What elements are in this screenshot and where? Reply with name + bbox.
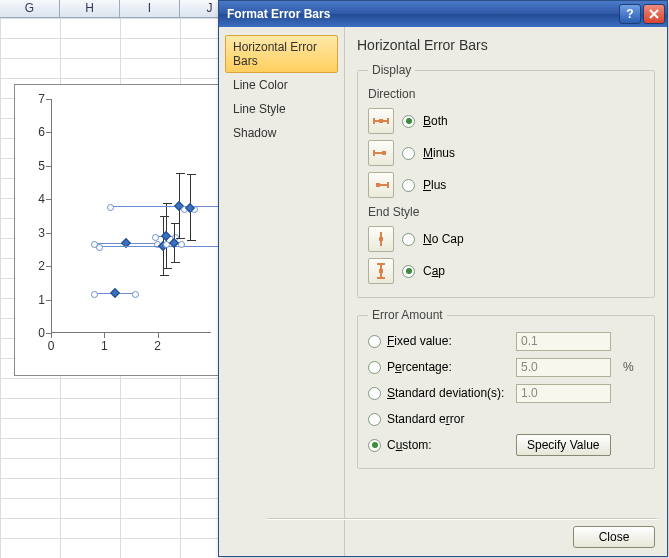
amount-stdev-label: Standard deviation(s): bbox=[387, 386, 504, 400]
error-amount-legend: Error Amount bbox=[368, 308, 447, 322]
endstyle-cap-radio[interactable] bbox=[402, 265, 415, 278]
display-legend: Display bbox=[368, 63, 415, 77]
column-headers: GHIJ bbox=[0, 0, 240, 18]
button-bar: Close bbox=[573, 526, 655, 548]
svg-rect-3 bbox=[379, 119, 383, 123]
amount-stdev-radio[interactable] bbox=[368, 387, 381, 400]
endstyle-cap-icon[interactable] bbox=[368, 258, 394, 284]
amount-custom-radio[interactable] bbox=[368, 439, 381, 452]
ytick-label: 2 bbox=[38, 259, 45, 273]
direction-minus-radio[interactable] bbox=[402, 147, 415, 160]
error-amount-group: Error Amount Fixed value:Percentage:%Sta… bbox=[357, 308, 655, 469]
amount-stdev-input[interactable] bbox=[516, 384, 611, 403]
percent-sign: % bbox=[623, 360, 634, 374]
amount-row-percent: Percentage:% bbox=[368, 354, 644, 380]
nav-sh[interactable]: Shadow bbox=[225, 121, 338, 145]
panel-heading: Horizontal Error Bars bbox=[357, 37, 655, 53]
direction-label: Direction bbox=[368, 87, 644, 101]
plot-area bbox=[51, 99, 211, 333]
direction-both-icon[interactable] bbox=[368, 108, 394, 134]
close-button[interactable]: Close bbox=[573, 526, 655, 548]
amount-percent-radio[interactable] bbox=[368, 361, 381, 374]
help-button[interactable]: ? bbox=[619, 4, 641, 24]
amount-row-custom: Custom:Specify Value bbox=[368, 432, 644, 458]
endstyle-label: End Style bbox=[368, 205, 644, 219]
amount-row-stderr: Standard error bbox=[368, 406, 644, 432]
direction-plus-label: Plus bbox=[423, 178, 446, 192]
direction-minus-label: Minus bbox=[423, 146, 455, 160]
amount-row-stdev: Standard deviation(s): bbox=[368, 380, 644, 406]
ytick-label: 1 bbox=[38, 293, 45, 307]
amount-stderr-radio[interactable] bbox=[368, 413, 381, 426]
direction-plus-icon[interactable] bbox=[368, 172, 394, 198]
amount-fixed-label: Fixed value: bbox=[387, 334, 452, 348]
titlebar[interactable]: Format Error Bars ? bbox=[219, 1, 667, 27]
category-nav: Horizontal Error BarsLine ColorLine Styl… bbox=[219, 27, 345, 556]
endstyle-nocap-label: No Cap bbox=[423, 232, 464, 246]
embedded-chart[interactable]: 01234567 012 bbox=[14, 84, 220, 376]
direction-both-radio[interactable] bbox=[402, 115, 415, 128]
nav-ls[interactable]: Line Style bbox=[225, 97, 338, 121]
endstyle-nocap-radio[interactable] bbox=[402, 233, 415, 246]
amount-stderr-label: Standard error bbox=[387, 412, 464, 426]
direction-row-plus: Plus bbox=[368, 169, 644, 201]
x-axis: 012 bbox=[51, 337, 211, 357]
ytick-label: 4 bbox=[38, 192, 45, 206]
format-error-bars-dialog: Format Error Bars ? Horizontal Error Bar… bbox=[218, 0, 668, 557]
ytick-label: 0 bbox=[38, 326, 45, 340]
direction-row-both: Both bbox=[368, 105, 644, 137]
dialog-title: Format Error Bars bbox=[227, 7, 617, 21]
xtick-label: 0 bbox=[48, 339, 55, 353]
direction-row-minus: Minus bbox=[368, 137, 644, 169]
direction-minus-icon[interactable] bbox=[368, 140, 394, 166]
direction-plus-radio[interactable] bbox=[402, 179, 415, 192]
amount-percent-label: Percentage: bbox=[387, 360, 452, 374]
close-x-button[interactable] bbox=[643, 4, 665, 24]
amount-custom-label: Custom: bbox=[387, 438, 432, 452]
nav-lc[interactable]: Line Color bbox=[225, 73, 338, 97]
svg-rect-15 bbox=[379, 269, 383, 273]
amount-fixed-radio[interactable] bbox=[368, 335, 381, 348]
endstyle-row-nocap: No Cap bbox=[368, 223, 644, 255]
amount-row-fixed: Fixed value: bbox=[368, 328, 644, 354]
ytick-label: 3 bbox=[38, 226, 45, 240]
svg-rect-6 bbox=[382, 151, 386, 155]
ytick-label: 7 bbox=[38, 92, 45, 106]
col-header-I[interactable]: I bbox=[120, 0, 180, 18]
col-header-H[interactable]: H bbox=[60, 0, 120, 18]
direction-both-label: Both bbox=[423, 114, 448, 128]
y-axis: 01234567 bbox=[15, 99, 51, 333]
display-group: Display Direction BothMinusPlus End Styl… bbox=[357, 63, 655, 298]
amount-fixed-input[interactable] bbox=[516, 332, 611, 351]
col-header-G[interactable]: G bbox=[0, 0, 60, 18]
close-icon bbox=[649, 9, 659, 19]
svg-rect-11 bbox=[379, 237, 383, 241]
xtick-label: 1 bbox=[101, 339, 108, 353]
ytick-label: 6 bbox=[38, 125, 45, 139]
ytick-label: 5 bbox=[38, 159, 45, 173]
endstyle-row-cap: Cap bbox=[368, 255, 644, 287]
panel: Horizontal Error Bars Display Direction … bbox=[345, 27, 667, 556]
xtick-label: 2 bbox=[154, 339, 161, 353]
specify-value-button[interactable]: Specify Value bbox=[516, 434, 611, 456]
endstyle-cap-label: Cap bbox=[423, 264, 445, 278]
amount-percent-input[interactable] bbox=[516, 358, 611, 377]
nav-h[interactable]: Horizontal Error Bars bbox=[225, 35, 338, 73]
endstyle-nocap-icon[interactable] bbox=[368, 226, 394, 252]
